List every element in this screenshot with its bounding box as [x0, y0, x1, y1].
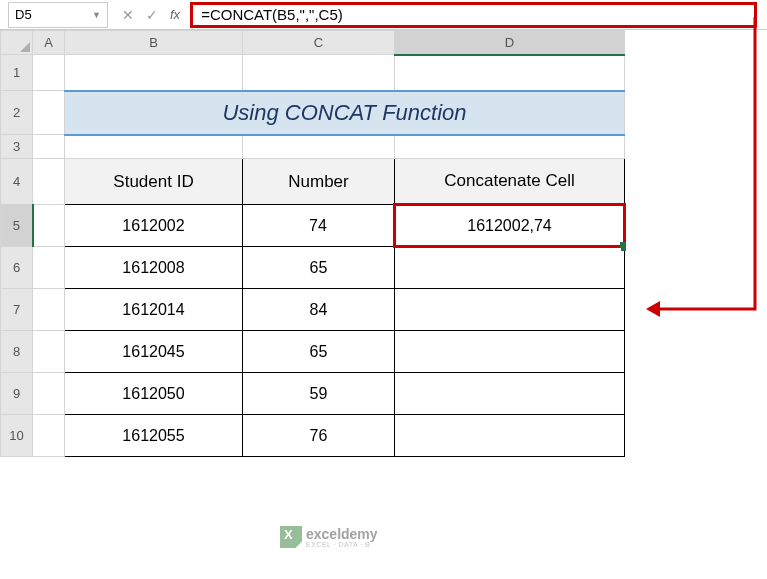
- cell-A8[interactable]: [33, 331, 65, 373]
- watermark-text: exceldemy EXCEL · DATA · B: [306, 527, 378, 548]
- cell-A7[interactable]: [33, 289, 65, 331]
- row-header-2[interactable]: 2: [1, 91, 33, 135]
- formula-bar-icons: ✕ ✓ fx: [112, 7, 190, 23]
- cell-A5[interactable]: [33, 205, 65, 247]
- cell-D6[interactable]: [395, 247, 625, 289]
- row-6: 6 1612008 65: [1, 247, 625, 289]
- col-header-B[interactable]: B: [65, 31, 243, 55]
- cell-A3[interactable]: [33, 135, 65, 159]
- cell-D1[interactable]: [395, 55, 625, 91]
- formula-bar-input[interactable]: =CONCAT(B5,",",C5): [190, 2, 757, 28]
- cell-B6[interactable]: 1612008: [65, 247, 243, 289]
- cell-D7[interactable]: [395, 289, 625, 331]
- cell-B9[interactable]: 1612050: [65, 373, 243, 415]
- row-10: 10 1612055 76: [1, 415, 625, 457]
- cell-D9[interactable]: [395, 373, 625, 415]
- cell-B8[interactable]: 1612045: [65, 331, 243, 373]
- row-header-6[interactable]: 6: [1, 247, 33, 289]
- row-header-9[interactable]: 9: [1, 373, 33, 415]
- row-header-4[interactable]: 4: [1, 159, 33, 205]
- row-header-5[interactable]: 5: [1, 205, 33, 247]
- cell-D5-active[interactable]: 1612002,74: [395, 205, 625, 247]
- cancel-icon[interactable]: ✕: [122, 7, 134, 23]
- cell-C7[interactable]: 84: [243, 289, 395, 331]
- cell-A9[interactable]: [33, 373, 65, 415]
- cell-C8[interactable]: 65: [243, 331, 395, 373]
- cell-D3[interactable]: [395, 135, 625, 159]
- select-all-corner[interactable]: [1, 31, 33, 55]
- cell-B7[interactable]: 1612014: [65, 289, 243, 331]
- row-header-3[interactable]: 3: [1, 135, 33, 159]
- cell-B3[interactable]: [65, 135, 243, 159]
- cell-A10[interactable]: [33, 415, 65, 457]
- row-header-1[interactable]: 1: [1, 55, 33, 91]
- spreadsheet-grid: A B C D 1 2 Using CONCAT Function 3 4: [0, 30, 767, 457]
- formula-text: =CONCAT(B5,",",C5): [201, 6, 343, 23]
- watermark-logo-icon: [280, 526, 302, 548]
- cell-A6[interactable]: [33, 247, 65, 289]
- row-1: 1: [1, 55, 625, 91]
- cell-C6[interactable]: 65: [243, 247, 395, 289]
- cell-C9[interactable]: 59: [243, 373, 395, 415]
- col-header-C[interactable]: C: [243, 31, 395, 55]
- cell-C5[interactable]: 74: [243, 205, 395, 247]
- row-2: 2 Using CONCAT Function: [1, 91, 625, 135]
- row-header-7[interactable]: 7: [1, 289, 33, 331]
- cell-A1[interactable]: [33, 55, 65, 91]
- column-header-row: A B C D: [1, 31, 625, 55]
- row-header-8[interactable]: 8: [1, 331, 33, 373]
- chevron-down-icon[interactable]: ▼: [92, 10, 101, 20]
- cell-D8[interactable]: [395, 331, 625, 373]
- col-header-D[interactable]: D: [395, 31, 625, 55]
- watermark: exceldemy EXCEL · DATA · B: [280, 526, 378, 548]
- cell-B1[interactable]: [65, 55, 243, 91]
- header-number[interactable]: Number: [243, 159, 395, 205]
- row-3: 3: [1, 135, 625, 159]
- fx-icon[interactable]: fx: [170, 7, 180, 22]
- header-student-id[interactable]: Student ID: [65, 159, 243, 205]
- name-box[interactable]: D5 ▼: [8, 2, 108, 28]
- row-7: 7 1612014 84: [1, 289, 625, 331]
- header-concatenate[interactable]: Concatenate Cell: [395, 159, 625, 205]
- cell-D10[interactable]: [395, 415, 625, 457]
- cell-A2[interactable]: [33, 91, 65, 135]
- row-5: 5 1612002 74 1612002,74: [1, 205, 625, 247]
- cell-A4[interactable]: [33, 159, 65, 205]
- cell-C1[interactable]: [243, 55, 395, 91]
- watermark-tagline: EXCEL · DATA · B: [306, 541, 378, 548]
- row-9: 9 1612050 59: [1, 373, 625, 415]
- row-8: 8 1612045 65: [1, 331, 625, 373]
- name-box-value: D5: [15, 7, 32, 22]
- cell-B5[interactable]: 1612002: [65, 205, 243, 247]
- cell-B10[interactable]: 1612055: [65, 415, 243, 457]
- merged-title-cell[interactable]: Using CONCAT Function: [65, 91, 625, 135]
- watermark-brand: exceldemy: [306, 527, 378, 541]
- col-header-A[interactable]: A: [33, 31, 65, 55]
- arrow-head-icon: [646, 301, 660, 317]
- cell-C10[interactable]: 76: [243, 415, 395, 457]
- grid-table: A B C D 1 2 Using CONCAT Function 3 4: [0, 30, 626, 457]
- row-header-10[interactable]: 10: [1, 415, 33, 457]
- enter-icon[interactable]: ✓: [146, 7, 158, 23]
- row-4: 4 Student ID Number Concatenate Cell: [1, 159, 625, 205]
- name-formula-bar: D5 ▼ ✕ ✓ fx =CONCAT(B5,",",C5): [0, 0, 767, 30]
- cell-C3[interactable]: [243, 135, 395, 159]
